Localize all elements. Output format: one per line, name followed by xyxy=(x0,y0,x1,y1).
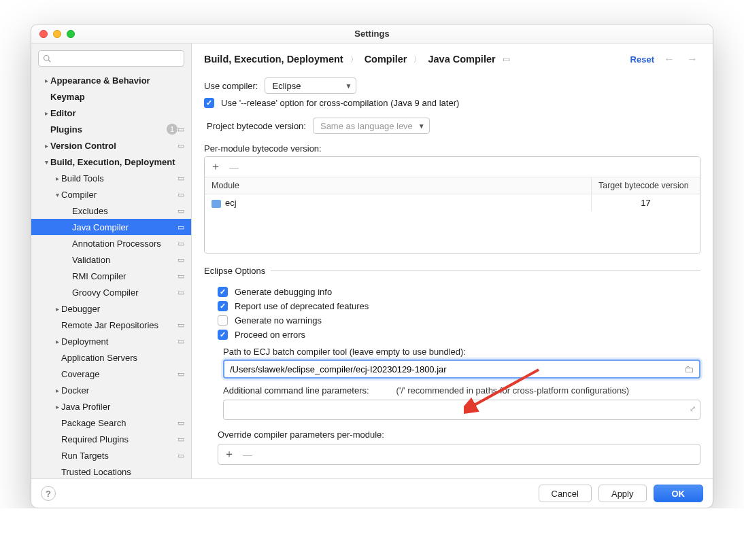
chevron-right-icon: ▸ xyxy=(53,175,61,182)
sidebar-item-build-tools[interactable]: ▸Build Tools▭ xyxy=(31,170,191,186)
sidebar-item-run-targets[interactable]: Run Targets▭ xyxy=(31,447,191,463)
breadcrumb-c: Java Compiler xyxy=(428,54,495,65)
sidebar-item-excludes[interactable]: Excludes▭ xyxy=(31,203,191,219)
use-compiler-value: Eclipse xyxy=(272,81,339,91)
nav-back-icon[interactable]: ← xyxy=(661,53,677,65)
svg-point-0 xyxy=(44,56,50,61)
chevron-right-icon: ▸ xyxy=(42,77,50,84)
per-module-label: Per-module bytecode version: xyxy=(204,143,700,154)
sidebar-badge: 1 xyxy=(167,124,177,135)
override-add-button[interactable]: ＋ xyxy=(224,447,235,461)
sidebar-item-keymap[interactable]: Keymap xyxy=(31,88,191,105)
reset-button[interactable]: Reset xyxy=(630,54,654,65)
settings-search[interactable] xyxy=(38,50,184,67)
project-config-icon: ▭ xyxy=(177,141,184,150)
cancel-button[interactable]: Cancel xyxy=(539,485,592,502)
project-config-icon: ▭ xyxy=(177,288,184,297)
sidebar-item-annotation-processors[interactable]: Annotation Processors▭ xyxy=(31,235,191,251)
sidebar-item-label: Build Tools xyxy=(61,173,177,183)
sidebar-item-docker[interactable]: ▸Docker xyxy=(31,382,191,398)
proceed-errors-checkbox[interactable] xyxy=(218,330,228,340)
use-compiler-label: Use compiler: xyxy=(204,81,258,91)
module-icon xyxy=(212,200,221,208)
chevron-right-icon: 〉 xyxy=(413,54,421,65)
sidebar-item-appearance-behavior[interactable]: ▸Appearance & Behavior xyxy=(31,72,191,88)
deprecated-label: Report use of deprecated features xyxy=(235,301,369,311)
add-row-button[interactable]: ＋ xyxy=(210,160,221,174)
sidebar-item-compiler[interactable]: ▾Compiler▭ xyxy=(31,186,191,203)
titlebar: Settings xyxy=(31,24,713,43)
sidebar-item-label: Docker xyxy=(61,385,184,396)
cmd-params-label: Additional command line parameters: xyxy=(223,385,369,396)
sidebar-item-groovy-compiler[interactable]: Groovy Compiler▭ xyxy=(31,284,191,300)
sidebar-item-label: Debugger xyxy=(61,304,184,314)
project-config-icon: ▭ xyxy=(177,174,184,183)
release-option-label: Use '--release' option for cross-compila… xyxy=(221,98,459,108)
table-row[interactable]: ecj17 xyxy=(205,194,700,211)
sidebar-item-label: Annotation Processors xyxy=(72,239,177,249)
chevron-right-icon: ▸ xyxy=(42,109,50,117)
sidebar-item-label: Groovy Compiler xyxy=(72,287,177,298)
ecj-path-field[interactable]: 🗀 xyxy=(223,360,700,379)
sidebar-item-editor[interactable]: ▸Editor xyxy=(31,105,191,121)
sidebar-item-coverage[interactable]: Coverage▭ xyxy=(31,366,191,382)
sidebar-item-label: Java Profiler xyxy=(61,402,184,412)
expand-icon[interactable]: ⤢ xyxy=(690,404,696,413)
settings-tree[interactable]: ▸Appearance & BehaviorKeymap▸EditorPlugi… xyxy=(31,72,191,478)
sidebar-item-remote-jar-repositories[interactable]: Remote Jar Repositories▭ xyxy=(31,317,191,333)
project-config-icon: ▭ xyxy=(177,435,184,444)
sidebar-item-debugger[interactable]: ▸Debugger xyxy=(31,300,191,317)
sidebar-item-label: Keymap xyxy=(50,92,184,102)
settings-sidebar: ▸Appearance & BehaviorKeymap▸EditorPlugi… xyxy=(31,43,192,478)
use-compiler-select[interactable]: Eclipse ▼ xyxy=(265,77,356,94)
dialog-footer: ? Cancel Apply OK xyxy=(31,478,713,508)
sidebar-item-application-servers[interactable]: Application Servers xyxy=(31,349,191,366)
sidebar-item-label: Run Targets xyxy=(61,451,177,461)
remove-row-button[interactable]: — xyxy=(229,162,239,173)
sidebar-item-java-profiler[interactable]: ▸Java Profiler xyxy=(31,398,191,415)
cmd-params-hint: ('/' recommended in paths for cross-plat… xyxy=(396,385,629,396)
breadcrumb-a[interactable]: Build, Execution, Deployment xyxy=(204,54,343,65)
sidebar-item-version-control[interactable]: ▸Version Control▭ xyxy=(31,137,191,154)
version-cell[interactable]: 17 xyxy=(591,194,700,211)
breadcrumb-b[interactable]: Compiler xyxy=(365,54,407,65)
chevron-right-icon: ▸ xyxy=(53,305,61,313)
sidebar-item-label: Java Compiler xyxy=(72,222,177,232)
ok-button[interactable]: OK xyxy=(654,485,704,502)
browse-folder-icon[interactable]: 🗀 xyxy=(684,364,694,374)
project-bytecode-select[interactable]: Same as language leve ▼ xyxy=(313,118,430,134)
sidebar-item-validation[interactable]: Validation▭ xyxy=(31,251,191,268)
sidebar-item-package-search[interactable]: Package Search▭ xyxy=(31,415,191,431)
sidebar-item-plugins[interactable]: Plugins1▭ xyxy=(31,121,191,137)
no-warnings-checkbox[interactable] xyxy=(218,315,228,326)
chevron-down-icon: ▼ xyxy=(413,122,425,130)
deprecated-checkbox[interactable] xyxy=(218,301,228,311)
sidebar-item-build-execution-deployment[interactable]: ▾Build, Execution, Deployment xyxy=(31,154,191,170)
project-config-icon: ▭ xyxy=(177,337,184,346)
chevron-down-icon: ▾ xyxy=(42,158,50,166)
project-config-icon: ▭ xyxy=(177,272,184,281)
sidebar-item-label: Build, Execution, Deployment xyxy=(50,157,184,167)
override-remove-button[interactable]: — xyxy=(243,449,252,460)
nav-forward-icon[interactable]: → xyxy=(684,53,700,65)
cmd-params-input[interactable]: ⤢ xyxy=(223,400,700,420)
sidebar-item-label: Version Control xyxy=(50,141,177,151)
sidebar-item-rmi-compiler[interactable]: RMI Compiler▭ xyxy=(31,268,191,284)
sidebar-item-label: Validation xyxy=(72,255,177,265)
window-title: Settings xyxy=(31,29,713,39)
apply-button[interactable]: Apply xyxy=(598,485,647,502)
settings-search-input[interactable] xyxy=(54,54,180,63)
settings-main: Build, Execution, Deployment 〉 Compiler … xyxy=(192,43,713,478)
sidebar-item-label: Compiler xyxy=(61,190,177,200)
sidebar-item-trusted-locations[interactable]: Trusted Locations xyxy=(31,463,191,478)
project-config-icon: ▭ xyxy=(503,54,510,64)
project-config-icon: ▭ xyxy=(177,190,184,199)
ecj-path-input[interactable] xyxy=(230,364,684,374)
gen-debug-checkbox[interactable] xyxy=(218,287,228,297)
sidebar-item-required-plugins[interactable]: Required Plugins▭ xyxy=(31,431,191,447)
chevron-down-icon: ▼ xyxy=(340,82,352,90)
sidebar-item-deployment[interactable]: ▸Deployment▭ xyxy=(31,333,191,349)
release-option-checkbox[interactable] xyxy=(204,98,214,108)
help-button[interactable]: ? xyxy=(41,486,56,501)
sidebar-item-java-compiler[interactable]: Java Compiler▭ xyxy=(31,219,191,235)
